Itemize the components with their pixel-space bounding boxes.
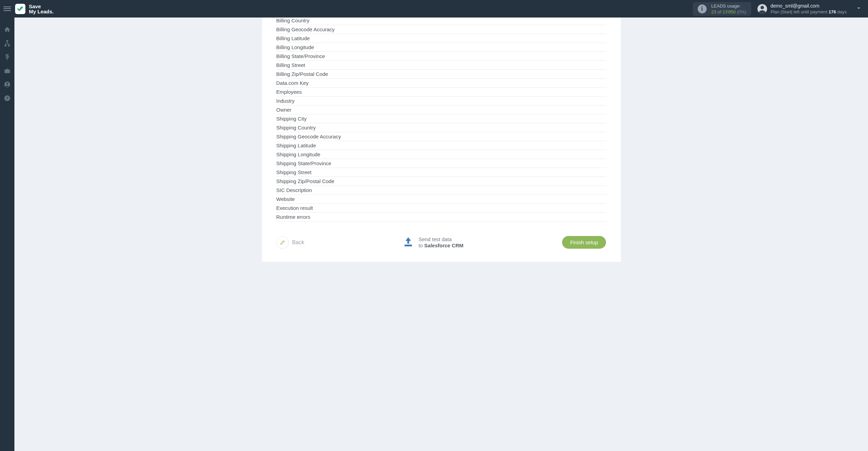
user-circle-icon	[4, 81, 11, 88]
field-row[interactable]: Billing Street	[276, 61, 606, 70]
field-row[interactable]: Billing Country	[276, 18, 606, 25]
svg-point-5	[7, 83, 8, 84]
leads-usage-text: LEADS usage: 23 of 13'850 (0%)	[711, 3, 746, 15]
svg-rect-2	[8, 45, 9, 46]
field-row[interactable]: Billing Geocode Accuracy	[276, 25, 606, 34]
svg-rect-0	[7, 41, 8, 42]
nav-help[interactable]: ?	[3, 94, 11, 102]
send-test-text: Send test data to Salesforce CRM	[419, 236, 464, 249]
svg-rect-1	[5, 45, 6, 46]
field-row[interactable]: Shipping Country	[276, 123, 606, 132]
field-row[interactable]: Shipping Street	[276, 168, 606, 177]
field-row[interactable]: SIC Description	[276, 186, 606, 195]
leads-of: of	[718, 9, 722, 14]
nav-billing[interactable]	[3, 53, 11, 61]
sitemap-icon	[4, 40, 11, 47]
content-area[interactable]: Billing CountryBilling Geocode AccuracyB…	[14, 18, 868, 451]
field-row[interactable]: Runtime errors	[276, 213, 606, 222]
svg-text:?: ?	[6, 96, 8, 100]
svg-rect-3	[5, 70, 10, 73]
help-icon: ?	[4, 95, 11, 102]
nav-account[interactable]	[3, 81, 11, 88]
leads-usage-badge[interactable]: i LEADS usage: 23 of 13'850 (0%)	[693, 2, 751, 16]
setup-card: Billing CountryBilling Geocode AccuracyB…	[262, 18, 621, 262]
dollar-icon	[4, 54, 11, 60]
field-row[interactable]: Shipping State/Province	[276, 159, 606, 168]
leads-percent: (0%)	[737, 9, 746, 14]
send-test-button[interactable]: Send test data to Salesforce CRM	[403, 236, 464, 249]
field-row[interactable]: Execution result	[276, 204, 606, 213]
send-line2: to Salesforce CRM	[419, 243, 464, 249]
sidebar: ?	[0, 18, 14, 451]
field-row[interactable]: Website	[276, 195, 606, 204]
user-email: demo_sml@gmail.com	[770, 3, 847, 9]
field-row[interactable]: Billing Zip/Postal Code	[276, 70, 606, 79]
field-list: Billing CountryBilling Geocode AccuracyB…	[276, 18, 606, 222]
nav-home[interactable]	[3, 26, 11, 33]
field-row[interactable]: Shipping City	[276, 114, 606, 123]
field-row[interactable]: Billing Longitude	[276, 43, 606, 52]
leads-total: 13'850	[722, 9, 736, 14]
pencil-icon	[280, 240, 285, 245]
field-row[interactable]: Employees	[276, 88, 606, 97]
home-icon	[4, 26, 11, 33]
brand-line2: My Leads	[29, 9, 54, 14]
topbar: Save My Leads i LEADS usage: 23 of 13'85…	[0, 0, 868, 18]
field-row[interactable]: Shipping Longitude	[276, 150, 606, 159]
brand-text: Save My Leads	[29, 4, 54, 14]
nav-connections[interactable]	[3, 40, 11, 47]
user-block[interactable]: demo_sml@gmail.com Plan |Start| left unt…	[770, 3, 847, 15]
field-row[interactable]: Data.com Key	[276, 79, 606, 88]
app-logo[interactable]	[15, 4, 25, 14]
field-row[interactable]: Billing State/Province	[276, 52, 606, 61]
nav-briefcase[interactable]	[3, 67, 11, 75]
briefcase-icon	[4, 67, 11, 74]
leads-used: 23	[711, 9, 716, 14]
finish-setup-button[interactable]: Finish setup	[562, 236, 606, 249]
user-menu-chevron[interactable]	[853, 2, 865, 15]
send-line1: Send test data	[419, 236, 464, 243]
check-logo-icon	[17, 5, 24, 12]
avatar-icon[interactable]	[757, 4, 767, 14]
back-circle	[276, 236, 289, 249]
field-row[interactable]: Industry	[276, 97, 606, 105]
brand-line1: Save	[29, 4, 54, 9]
back-button[interactable]: Back	[276, 236, 305, 249]
field-row[interactable]: Shipping Latitude	[276, 141, 606, 150]
field-row[interactable]: Shipping Zip/Postal Code	[276, 177, 606, 186]
chevron-down-icon	[856, 6, 861, 11]
field-row[interactable]: Owner	[276, 105, 606, 114]
field-row[interactable]: Shipping Geocode Accuracy	[276, 132, 606, 141]
leads-title: LEADS usage:	[711, 3, 746, 9]
user-plan: Plan |Start| left until payment 176 days	[770, 9, 847, 15]
info-icon: i	[698, 4, 707, 13]
back-label: Back	[292, 239, 305, 246]
upload-icon	[403, 236, 414, 249]
footer-actions: Back Send test data to Salesforce CRM Fi…	[276, 236, 606, 249]
field-row[interactable]: Billing Latitude	[276, 34, 606, 43]
menu-toggle[interactable]	[3, 5, 11, 13]
